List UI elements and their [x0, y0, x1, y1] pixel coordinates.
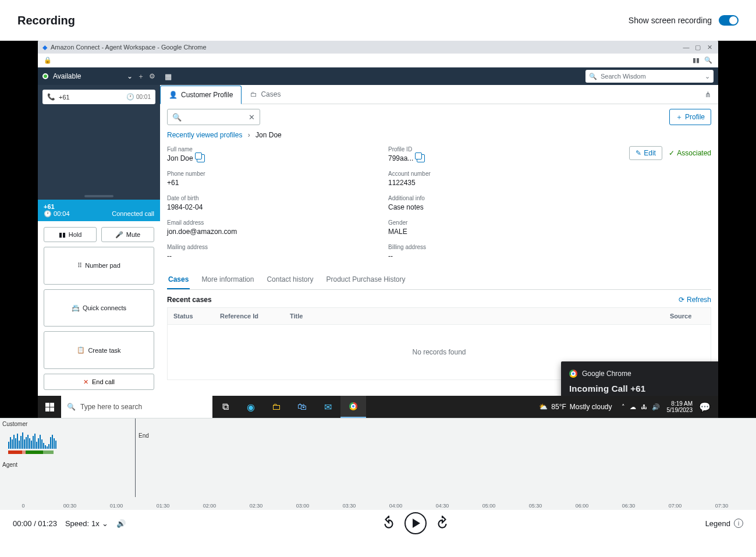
track-label-customer: Customer — [2, 421, 27, 427]
profile-subtabs: Cases More information Contact history P… — [167, 271, 711, 290]
zoom-icon[interactable]: 🔍 — [704, 56, 712, 64]
phone-icon: 📞 — [47, 93, 55, 101]
quick-connects-button[interactable]: 📇Quick connects — [44, 289, 154, 327]
window-minimize-button[interactable]: — — [682, 44, 690, 51]
label-email: Email address — [167, 219, 388, 226]
search-icon: 🔍 — [172, 113, 182, 122]
ccp-status-bar[interactable]: Available ⌄ ＋ ⚙ — [38, 68, 160, 85]
end-marker: End — [139, 432, 149, 439]
sentiment-bar — [8, 450, 54, 454]
copy-id-button[interactable] — [417, 154, 425, 162]
start-button[interactable] — [38, 396, 61, 418]
taskbar-chrome[interactable] — [340, 396, 366, 418]
system-tray[interactable]: ˄ ☁ 🖧 🔊 — [618, 403, 663, 411]
connected-elapsed: 00:04 — [54, 210, 70, 217]
playhead[interactable] — [135, 418, 136, 497]
contact-card[interactable]: 📞 +61 🕐 00:01 — [42, 90, 155, 104]
col-reference[interactable]: Reference Id — [214, 308, 284, 324]
recording-stage: ◆ Amazon Connect - Agent Workspace - Goo… — [0, 41, 756, 418]
status-indicator-icon — [42, 73, 48, 79]
subtab-contact-history[interactable]: Contact history — [265, 271, 314, 289]
label-account: Account number — [388, 171, 563, 177]
notification-app: Google Chrome — [582, 370, 631, 378]
contact-number: +61 — [59, 94, 70, 101]
value-billing: -- — [388, 252, 563, 260]
network-icon[interactable]: 🖧 — [641, 403, 647, 410]
chevron-up-icon[interactable]: ˄ — [622, 403, 625, 411]
person-icon: 👤 — [169, 91, 178, 99]
label-profile-id: Profile ID — [388, 146, 563, 152]
chevron-down-icon: ⌄ — [705, 73, 710, 80]
new-contact-button[interactable]: ＋ — [137, 72, 144, 81]
value-dob: 1984-02-04 — [167, 203, 388, 211]
refresh-button[interactable]: ⟳Refresh — [679, 296, 711, 304]
calendar-icon[interactable]: ▦ — [165, 72, 172, 81]
associated-badge: ✓Associated — [669, 149, 711, 157]
taskbar-weather[interactable]: ⛅ 85°F Mostly cloudy — [533, 403, 617, 411]
add-profile-button[interactable]: ＋Profile — [669, 109, 711, 125]
tab-customer-profile[interactable]: 👤Customer Profile — [160, 86, 242, 104]
recent-cases-heading: Recent cases — [167, 296, 212, 304]
wisdom-search[interactable]: 🔍 Search Wisdom ⌄ — [585, 70, 714, 83]
taskbar-mail[interactable]: ✉ — [315, 396, 340, 418]
create-task-button[interactable]: 📋Create task — [44, 331, 154, 369]
end-call-button[interactable]: ✕End call — [44, 374, 154, 390]
copy-name-button[interactable] — [197, 154, 205, 162]
window-maximize-button[interactable]: ▢ — [694, 44, 702, 51]
search-icon: 🔍 — [589, 73, 597, 80]
volume-button[interactable]: 🔊 — [116, 519, 126, 528]
taskbar-explorer[interactable]: 🗀 — [264, 396, 289, 418]
ccp-controls: ▮▮Hold 🎤Mute ⠿Number pad 📇Quick connects… — [38, 221, 160, 396]
chrome-window-title: Amazon Connect - Agent Workspace - Googl… — [51, 44, 207, 51]
mic-icon: 🎤 — [115, 231, 123, 239]
onedrive-icon[interactable]: ☁ — [630, 403, 636, 411]
track-label-agent: Agent — [2, 462, 17, 468]
volume-icon[interactable]: 🔊 — [652, 403, 660, 411]
breadcrumb: Recently viewed profiles › Jon Doe — [167, 131, 711, 139]
taskbar-clock[interactable]: 8:19 AM 5/19/2023 — [663, 400, 697, 413]
chrome-notification[interactable]: Google Chrome ✕ Incoming Call +61 — [561, 361, 718, 396]
taskbar-search[interactable]: 🔍Type here to search — [61, 396, 212, 418]
legend-button[interactable]: Legendi — [705, 519, 743, 528]
playback-speed[interactable]: Speed: 1x ⌄ — [65, 519, 108, 528]
forward-10-button[interactable] — [435, 516, 450, 531]
task-view-button[interactable]: ⧉ — [212, 396, 238, 418]
clear-icon[interactable]: ✕ — [249, 113, 255, 122]
value-mailing: -- — [167, 252, 388, 260]
share-icon[interactable]: ⋔ — [702, 88, 714, 101]
subtab-more-info[interactable]: More information — [200, 271, 255, 289]
clock-icon: 🕐 — [126, 93, 134, 100]
workspace-topbar: ▦ 🔍 Search Wisdom ⌄ — [160, 68, 718, 85]
col-status[interactable]: Status — [168, 308, 214, 324]
window-close-button[interactable]: ✕ — [705, 44, 714, 51]
rewind-10-button[interactable] — [381, 516, 396, 531]
breadcrumb-root[interactable]: Recently viewed profiles — [167, 131, 242, 139]
play-button[interactable] — [404, 512, 427, 534]
settings-icon[interactable]: ⚙ — [149, 72, 155, 80]
chrome-address-bar: 🔒 ▮▮ 🔍 — [38, 54, 718, 68]
taskbar-edge[interactable]: ◉ — [238, 396, 264, 418]
edit-button[interactable]: ✎Edit — [629, 146, 662, 160]
recording-timeline[interactable]: Customer Agent End 000:3001:0001:3002:00… — [0, 418, 756, 510]
col-title[interactable]: Title — [284, 308, 664, 324]
windows-taskbar: 🔍Type here to search ⧉ ◉ 🗀 🛍 ✉ ⛅ 85°F Mo… — [38, 396, 718, 418]
subtab-purchase-history[interactable]: Product Purchase History — [325, 271, 406, 289]
action-center-button[interactable]: 💬 — [696, 402, 714, 413]
tab-cases[interactable]: 🗀Cases — [242, 85, 289, 104]
screen-recording-toggle[interactable] — [719, 15, 739, 26]
mute-button[interactable]: 🎤Mute — [101, 227, 154, 242]
subtab-cases[interactable]: Cases — [167, 271, 190, 289]
hold-button[interactable]: ▮▮Hold — [44, 227, 97, 242]
plus-icon: ＋ — [676, 112, 683, 122]
col-source[interactable]: Source — [664, 308, 711, 324]
connected-number: +61 — [44, 203, 154, 210]
dialpad-icon: ⠿ — [77, 262, 82, 269]
profile-search-input[interactable]: 🔍 ✕ — [167, 109, 260, 125]
number-pad-button[interactable]: ⠿Number pad — [44, 247, 154, 285]
folder-icon: 🗀 — [250, 90, 257, 98]
chevron-down-icon[interactable]: ⌄ — [127, 72, 133, 80]
drag-handle[interactable] — [84, 195, 113, 197]
windows-icon — [45, 403, 54, 411]
camera-icon[interactable]: ▮▮ — [693, 56, 700, 64]
taskbar-store[interactable]: 🛍 — [289, 396, 315, 418]
